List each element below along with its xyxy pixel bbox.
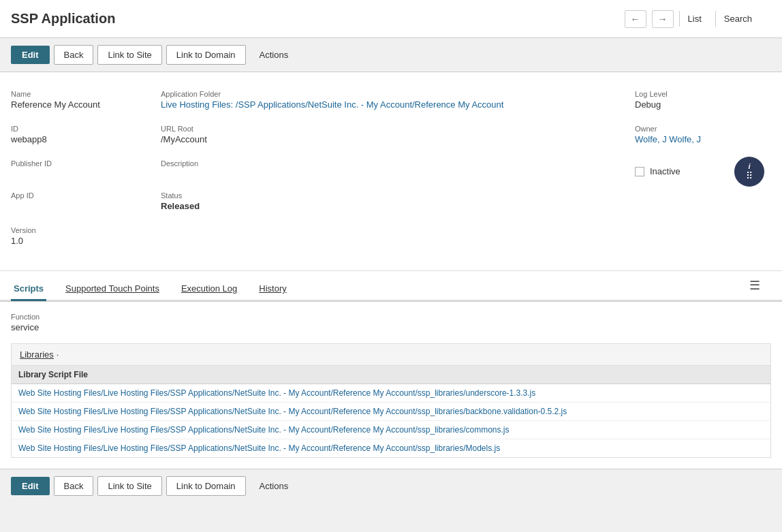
libraries-header: Libraries · [12, 344, 770, 366]
inactive-checkbox[interactable] [635, 167, 644, 176]
fields-row-3: Publisher ID Description Inactive [11, 155, 771, 181]
id-field: ID webapp8 [11, 121, 161, 148]
actions-button-bottom[interactable]: Actions [250, 477, 298, 495]
url-root-field: URL Root /MyAccount [161, 121, 635, 148]
version-value: 1.0 [11, 236, 161, 246]
fields-row-2: ID webapp8 URL Root /MyAccount Owner Wol… [11, 121, 771, 148]
library-table: Library Script File Web Site Hosting Fil… [12, 366, 770, 457]
search-button[interactable]: Search [715, 11, 760, 27]
top-nav: ← → List Search [625, 10, 760, 28]
tab-supported-touch-points[interactable]: Supported Touch Points [63, 277, 162, 301]
log-level-field: Log Level Debug [635, 86, 771, 114]
publisher-id-label: Publisher ID [11, 159, 161, 168]
actions-button-top[interactable]: Actions [250, 46, 298, 64]
app-id-field: App ID [11, 187, 161, 215]
tab-history[interactable]: History [256, 277, 289, 301]
status-field: Status Released [161, 187, 635, 215]
edit-button-top[interactable]: Edit [11, 46, 50, 64]
tabs-section: Scripts Supported Touch Points Execution… [0, 271, 782, 302]
status-value: Released [161, 201, 635, 211]
link-to-site-button-bottom[interactable]: Link to Site [97, 476, 161, 496]
name-field: Name Reference My Account [11, 86, 161, 114]
owner-value[interactable]: Wolfe, J Wolfe, J [635, 134, 701, 144]
forward-arrow-button[interactable]: → [652, 10, 674, 28]
description-field: Description [161, 155, 635, 181]
top-bar: SSP Application ← → List Search [0, 0, 782, 38]
app-id-label: App ID [11, 191, 161, 200]
description-label: Description [161, 159, 635, 168]
info-widget[interactable]: i ⠿ [734, 157, 764, 187]
dots-icon: ⠿ [746, 170, 753, 181]
function-value: service [11, 322, 771, 332]
link-to-site-button-top[interactable]: Link to Site [97, 45, 161, 65]
library-col-header: Library Script File [12, 366, 770, 384]
status-label: Status [161, 191, 635, 200]
back-button-bottom[interactable]: Back [54, 476, 94, 496]
log-level-label: Log Level [635, 90, 771, 98]
version-field: Version 1.0 [11, 222, 161, 250]
tab-scripts[interactable]: Scripts [11, 277, 46, 301]
library-row: Web Site Hosting Files/Live Hosting File… [12, 439, 770, 458]
tab-menu-icon[interactable]: ☰ [738, 271, 771, 300]
libraries-dot: · [57, 349, 59, 360]
list-button[interactable]: List [679, 11, 710, 27]
link-to-domain-button-top[interactable]: Link to Domain [166, 45, 246, 65]
version-label: Version [11, 226, 161, 234]
app-folder-value[interactable]: Live Hosting Files: /SSP Applications/Ne… [161, 99, 503, 110]
library-link[interactable]: Web Site Hosting Files/Live Hosting File… [18, 407, 567, 416]
app-folder-field: Application Folder Live Hosting Files: /… [161, 86, 635, 114]
edit-button-bottom[interactable]: Edit [11, 477, 50, 495]
libraries-section: Libraries · Library Script File Web Site… [11, 343, 771, 458]
library-row: Web Site Hosting Files/Live Hosting File… [12, 403, 770, 421]
function-label: Function [11, 313, 771, 321]
page-title: SSP Application [11, 11, 625, 27]
back-arrow-button[interactable]: ← [625, 10, 646, 28]
id-value: webapp8 [11, 134, 161, 144]
library-row: Web Site Hosting Files/Live Hosting File… [12, 421, 770, 439]
id-label: ID [11, 125, 161, 133]
url-root-label: URL Root [161, 125, 635, 133]
main-content: Name Reference My Account Application Fo… [0, 72, 782, 271]
library-link[interactable]: Web Site Hosting Files/Live Hosting File… [18, 388, 535, 398]
app-folder-label: Application Folder [161, 90, 635, 98]
link-to-domain-button-bottom[interactable]: Link to Domain [166, 476, 246, 496]
bottom-toolbar: Edit Back Link to Site Link to Domain Ac… [0, 469, 782, 503]
info-icon: i [748, 162, 750, 170]
publisher-id-field: Publisher ID [11, 155, 161, 181]
back-button-top[interactable]: Back [54, 45, 94, 65]
top-toolbar: Edit Back Link to Site Link to Domain Ac… [0, 38, 782, 72]
name-label: Name [11, 90, 161, 98]
url-root-value: /MyAccount [161, 134, 635, 144]
fields-row-1: Name Reference My Account Application Fo… [11, 86, 771, 114]
library-link[interactable]: Web Site Hosting Files/Live Hosting File… [18, 425, 510, 435]
inactive-label: Inactive [650, 166, 681, 176]
library-link[interactable]: Web Site Hosting Files/Live Hosting File… [18, 443, 500, 453]
libraries-label[interactable]: Libraries [20, 349, 54, 360]
library-row: Web Site Hosting Files/Live Hosting File… [12, 384, 770, 403]
owner-field: Owner Wolfe, J Wolfe, J [635, 121, 771, 148]
scripts-content: Function service Libraries · Library Scr… [0, 302, 782, 469]
owner-label: Owner [635, 125, 771, 133]
log-level-value: Debug [635, 99, 771, 110]
fields-row-5: Version 1.0 [11, 222, 771, 250]
tab-execution-log[interactable]: Execution Log [178, 277, 240, 301]
name-value: Reference My Account [11, 99, 161, 110]
fields-row-4: App ID Status Released [11, 187, 771, 215]
tabs-bar: Scripts Supported Touch Points Execution… [0, 271, 782, 301]
